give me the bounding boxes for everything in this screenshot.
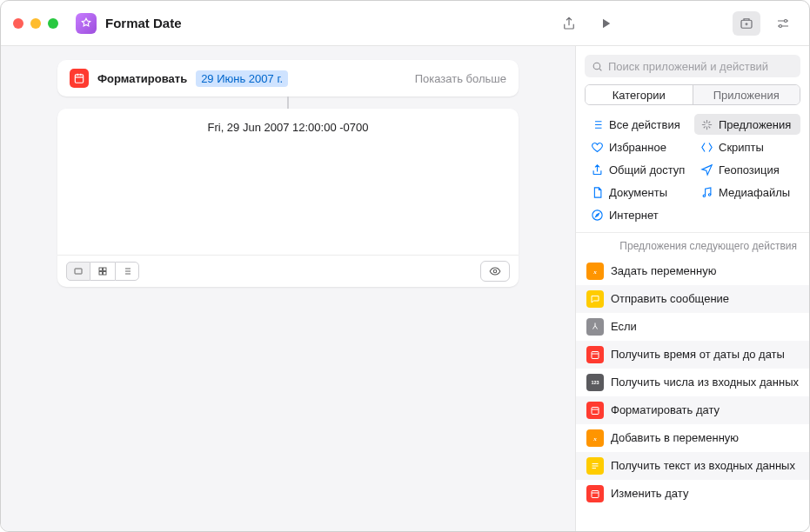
suggestion-label: Изменить дату [611,487,688,501]
toolbar: Format Date [1,1,809,46]
suggestion-label: Отправить сообщение [611,292,729,306]
suggestion-label: Задать переменную [611,264,716,278]
category-doc[interactable]: Документы [585,182,691,203]
category-label: Общий доступ [609,163,685,176]
quicklook-button[interactable] [480,261,510,282]
category-label: Предложения [719,118,791,131]
heart-icon [590,140,604,154]
tab-categories[interactable]: Категории [586,85,693,104]
shortcut-app-icon [76,13,97,34]
search-icon [592,61,603,72]
category-list[interactable]: Все действия [585,114,691,135]
category-location[interactable]: Геопозиция [694,159,800,180]
svg-point-12 [708,193,711,196]
category-label: Скрипты [719,141,764,154]
script-icon [700,140,713,154]
suggestions-header: Предложения следующего действия [576,232,809,257]
msg-icon [586,290,604,308]
category-label: Избранное [609,141,666,154]
safari-icon [590,208,604,222]
output-toolbar [57,255,519,287]
cal-icon [586,402,604,419]
suggestion-label: Получить текст из входных данных [611,459,795,473]
category-label: Геопозиция [719,163,780,176]
suggestion-item[interactable]: Отправить сообщение [576,285,809,313]
category-label: Документы [609,186,667,199]
suggestion-item[interactable]: Если [576,313,809,341]
calendar-icon [70,69,89,88]
output-preview: Fri, 29 Jun 2007 12:00:00 -0700 [57,109,519,255]
workflow-canvas[interactable]: Форматировать 29 Июнь 2007 г. Показать б… [1,46,575,531]
action-search[interactable] [585,55,800,77]
view-mode-grid-button[interactable] [90,262,115,281]
settings-toggle-button[interactable] [769,11,797,36]
suggestion-item[interactable]: xДобавить в переменную [576,424,809,452]
category-music[interactable]: Медиафайлы [694,182,800,203]
svg-rect-7 [99,272,103,276]
date-token[interactable]: 29 Июнь 2007 г. [196,70,288,87]
cal-icon [586,485,604,502]
suggestion-item[interactable]: xЗадать переменную [576,257,809,285]
category-script[interactable]: Скрипты [694,136,800,157]
svg-rect-3 [75,75,83,83]
view-mode-single-button[interactable] [66,262,90,281]
window-title: Format Date [105,16,546,30]
svg-point-2 [780,24,782,27]
suggestion-label: Форматировать дату [611,403,720,417]
svg-point-11 [703,195,706,197]
zoom-window-button[interactable] [48,18,58,29]
category-sparkle[interactable]: Предложения [694,114,800,135]
share-button[interactable] [555,11,583,36]
window-controls [13,18,58,29]
suggestion-label: Добавить в переменную [611,431,739,445]
svg-rect-6 [104,268,107,271]
category-heart[interactable]: Избранное [585,136,691,157]
category-grid: Все действияПредложенияИзбранноеСкриптыО… [576,114,809,232]
svg-rect-8 [104,272,107,276]
doc-icon [590,185,604,199]
category-safari[interactable]: Интернет [585,204,691,225]
svg-rect-15 [592,352,599,359]
svg-text:123: 123 [591,380,599,385]
var-icon: x [586,263,604,280]
tab-apps[interactable]: Приложения [693,85,800,104]
svg-rect-5 [99,268,103,271]
svg-rect-4 [75,269,82,274]
svg-rect-19 [592,491,599,498]
location-icon [700,163,713,176]
format-date-action[interactable]: Форматировать 29 Июнь 2007 г. Показать б… [57,60,519,96]
action-search-input[interactable] [608,60,793,73]
list-icon [590,117,604,131]
svg-point-13 [592,209,601,219]
svg-point-10 [593,63,600,70]
suggestion-item[interactable]: Изменить дату [576,480,809,508]
svg-text:x: x [592,436,597,442]
suggestions-list: xЗадать переменнуюОтправить сообщениеЕсл… [576,257,809,531]
suggestion-label: Получить числа из входных данных [611,376,799,389]
suggestion-item[interactable]: 123Получить числа из входных данных [576,369,809,396]
connector-line [287,96,289,109]
cal-icon [586,346,604,363]
suggestion-item[interactable]: Получить время от даты до даты [576,341,809,369]
suggestion-item[interactable]: Форматировать дату [576,396,809,424]
library-toggle-button[interactable] [733,11,760,36]
svg-rect-17 [592,408,599,415]
branch-icon [586,318,604,336]
sparkle-icon [700,117,713,131]
svg-text:x: x [592,269,597,276]
suggestion-item[interactable]: Получить текст из входных данных [576,452,809,480]
show-more-button[interactable]: Показать больше [415,72,506,85]
main-split: Форматировать 29 Июнь 2007 г. Показать б… [1,46,809,531]
share-icon [590,163,604,176]
num-icon: 123 [586,374,604,391]
music-icon [700,185,713,199]
suggestion-label: Если [611,320,637,334]
close-window-button[interactable] [13,18,23,29]
view-mode-list-button[interactable] [115,262,139,281]
minimize-window-button[interactable] [30,18,41,29]
suggestion-label: Получить время от даты до даты [611,348,785,362]
inspector-panel: Категории Приложения Все действияПредлож… [575,46,809,531]
run-button[interactable] [592,11,619,36]
category-label: Все действия [609,118,680,131]
category-share[interactable]: Общий доступ [585,159,691,180]
